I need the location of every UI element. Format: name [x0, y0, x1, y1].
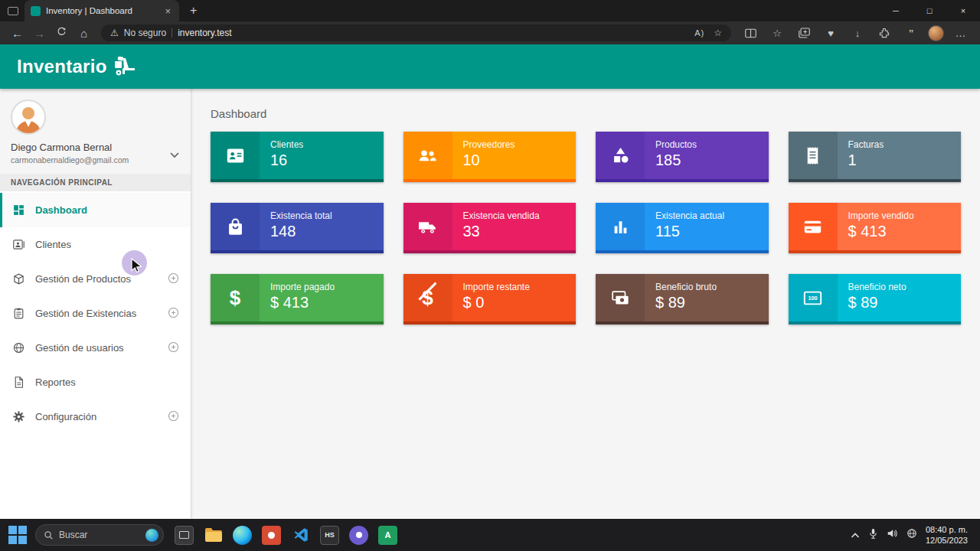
sidebar-item-dashboard[interactable]: Dashboard — [0, 193, 191, 227]
expand-plus-icon[interactable] — [167, 272, 180, 287]
sidebar-item-label: Reportes — [35, 377, 76, 388]
card-label: Importe vendido — [848, 210, 914, 221]
settings-menu-icon[interactable]: … — [951, 24, 971, 41]
tab-close-icon[interactable]: × — [162, 5, 173, 17]
address-bar[interactable]: ⚠ No seguro inventory.test A) ☆ — [101, 24, 731, 41]
card-proveedores: Proveedores10 — [403, 132, 577, 182]
payments-icon — [596, 274, 645, 321]
chevron-down-icon[interactable] — [169, 148, 180, 161]
expand-plus-icon[interactable] — [167, 341, 180, 356]
page-title: Dashboard — [211, 107, 961, 120]
card-label: Beneficio bruto — [655, 282, 717, 292]
id-badge-icon — [211, 132, 260, 179]
extensions-icon[interactable] — [874, 24, 894, 41]
card-importe-vendido: Importe vendido$ 413 — [789, 203, 962, 253]
screen: Inventory | Dashboard × + ─ □ × ← → ⌂ ⚠ … — [0, 0, 980, 551]
card-importe-pagado: $ Importe pagado$ 413 — [211, 274, 384, 324]
new-tab-button[interactable]: + — [187, 4, 200, 18]
taskbar-app-window-icon[interactable] — [175, 526, 194, 545]
forward-icon[interactable]: → — [28, 27, 51, 40]
stock-clipboard-icon — [12, 307, 25, 320]
main-panel: Dashboard Clientes16 Proveedores10 — [191, 89, 980, 519]
browser-tab[interactable]: Inventory | Dashboard × — [24, 0, 179, 21]
taskbar-app-red-icon[interactable] — [262, 526, 281, 545]
card-value: 16 — [270, 152, 303, 169]
bing-icon[interactable] — [145, 529, 158, 542]
refresh-icon[interactable] — [51, 26, 73, 40]
tray-time: 08:40 p. m. — [926, 524, 968, 535]
card-label: Existencia vendida — [463, 210, 540, 221]
taskbar-app-purple-icon[interactable] — [349, 526, 368, 545]
receipt-icon — [789, 132, 838, 179]
home-icon[interactable]: ⌂ — [73, 27, 95, 40]
vscode-icon[interactable] — [291, 526, 310, 545]
tab-title: Inventory | Dashboard — [46, 6, 157, 15]
start-button[interactable] — [8, 525, 28, 545]
sidebar-item-label: Clientes — [35, 239, 71, 250]
dollar-icon: $ — [211, 274, 260, 321]
tray-chevron-up-icon[interactable] — [851, 528, 860, 542]
close-button[interactable]: × — [946, 0, 980, 21]
favorites-icon[interactable]: ☆ — [767, 24, 787, 41]
truck-icon — [403, 203, 452, 250]
not-secure-warning-icon: ⚠ — [110, 28, 119, 38]
browser-essentials-icon[interactable]: ♥ — [821, 24, 841, 41]
user-email: carmonabernaldiego@gmail.com — [11, 155, 180, 165]
feedback-quote-icon[interactable]: ” — [901, 24, 921, 41]
stat-cards-grid: Clientes16 Proveedores10 Productos185 — [211, 132, 961, 324]
downloads-icon[interactable]: ↓ — [848, 24, 867, 41]
browser-profile-avatar[interactable] — [928, 25, 944, 41]
card-value: 10 — [463, 152, 515, 169]
split-screen-icon[interactable] — [740, 24, 760, 41]
sidebar-item-reportes[interactable]: Reportes — [0, 365, 191, 399]
search-placeholder: Buscar — [59, 530, 87, 540]
maximize-button[interactable]: □ — [913, 0, 946, 21]
expand-plus-icon[interactable] — [167, 409, 180, 425]
taskbar-app-hs-icon[interactable]: HS — [320, 526, 339, 545]
click-ripple — [122, 250, 147, 276]
products-box-icon — [12, 272, 25, 285]
taskbar-search[interactable]: Buscar — [35, 524, 164, 546]
card-label: Existencia actual — [655, 210, 724, 221]
network-globe-icon[interactable] — [906, 528, 917, 542]
add-favorite-icon[interactable]: ☆ — [714, 28, 722, 38]
expand-plus-icon[interactable] — [167, 306, 180, 321]
card-productos: Productos185 — [596, 132, 769, 182]
sidebar-item-label: Gestión de Productos — [35, 273, 131, 285]
user-avatar[interactable] — [11, 99, 46, 135]
sidebar-item-gestion-usuarios[interactable]: Gestión de usuarios — [0, 331, 191, 365]
card-label: Existencia total — [270, 210, 332, 221]
sidebar-item-label: Gestión de Existencias — [35, 308, 136, 319]
system-tray: 08:40 p. m. 12/05/2023 — [851, 524, 972, 546]
taskbar-app-green-icon[interactable]: A — [378, 526, 397, 545]
microphone-icon[interactable] — [868, 528, 878, 543]
workspaces-icon[interactable] — [8, 7, 18, 15]
card-value: 1 — [848, 152, 884, 169]
app-logo[interactable]: Inventario — [17, 56, 137, 77]
sidebar-item-configuracion[interactable]: Configuración — [0, 399, 191, 434]
card-label: Proveedores — [463, 139, 515, 150]
collections-icon[interactable] — [794, 24, 814, 41]
card-value: 33 — [463, 223, 540, 240]
file-explorer-icon[interactable] — [204, 526, 223, 545]
read-aloud-icon[interactable]: A) — [694, 28, 704, 37]
minimize-button[interactable]: ─ — [879, 0, 913, 21]
card-value: $ 0 — [463, 294, 530, 311]
volume-icon[interactable] — [887, 528, 898, 542]
user-name: Diego Carmona Bernal — [11, 142, 180, 153]
sidebar-item-clientes[interactable]: Clientes — [0, 227, 191, 262]
sidebar-item-gestion-existencias[interactable]: Gestión de Existencias — [0, 296, 191, 331]
content: Diego Carmona Bernal carmonabernaldiego@… — [0, 89, 980, 519]
url-text[interactable]: inventory.test — [178, 28, 231, 38]
taskbar-clock[interactable]: 08:40 p. m. 12/05/2023 — [926, 524, 972, 546]
back-icon[interactable]: ← — [6, 27, 28, 40]
shopping-bag-icon — [211, 203, 260, 250]
address-separator — [172, 28, 172, 37]
address-bar-actions: A) ☆ — [694, 28, 722, 38]
security-label[interactable]: No seguro — [124, 28, 166, 38]
edge-icon[interactable] — [233, 526, 252, 545]
card-label: Clientes — [270, 139, 303, 150]
sidebar-item-gestion-productos[interactable]: Gestión de Productos — [0, 262, 191, 296]
brand-text: Inventario — [17, 56, 107, 77]
card-value: $ 413 — [848, 223, 914, 240]
